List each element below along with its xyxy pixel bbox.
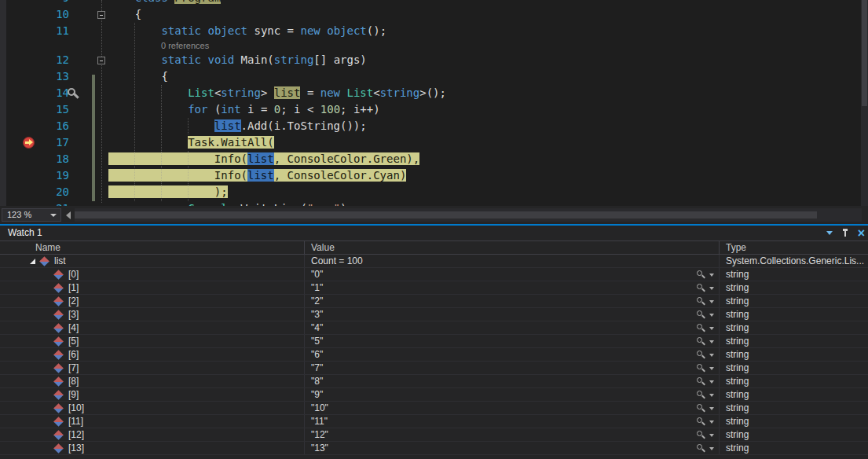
watch-type-text: string — [726, 415, 749, 428]
watch-row[interactable]: [6]"6"string — [0, 348, 868, 362]
zoom-control[interactable]: 123 % — [2, 208, 61, 222]
magnifier-icon[interactable] — [697, 350, 714, 360]
chevron-down-icon[interactable] — [826, 231, 833, 235]
column-header-value[interactable]: Value — [304, 241, 719, 254]
watch-name-cell[interactable]: [1] — [0, 281, 304, 294]
pin-icon[interactable] — [842, 228, 848, 238]
code-editor[interactable]: 9 class Program10 {11 static object sync… — [0, 0, 868, 206]
watch-row[interactable]: [13]"13"string — [0, 442, 868, 455]
column-header-type[interactable]: Type — [719, 241, 868, 254]
watch-value-text: "0" — [311, 268, 323, 281]
watch-type-text: string — [726, 348, 749, 361]
watch-value-cell[interactable]: "11" — [304, 415, 719, 428]
watch-row[interactable]: [1]"1"string — [0, 281, 868, 295]
watch-type-cell: string — [719, 348, 868, 361]
watch-type-cell: string — [719, 428, 868, 441]
watch-row[interactable]: [2]"2"string — [0, 295, 868, 308]
watch-row[interactable]: [12]"12"string — [0, 428, 868, 442]
scrollbar-left-arrow[interactable] — [66, 211, 71, 219]
watch-row[interactable]: [9]"9"string — [0, 388, 868, 402]
editor-horizontal-scrollbar[interactable] — [75, 208, 862, 222]
watch-name-cell[interactable]: [6] — [0, 348, 304, 361]
magnifier-icon[interactable] — [697, 310, 714, 320]
breakpoint-current-statement-icon[interactable] — [23, 137, 35, 149]
watch-name-cell[interactable]: [11] — [0, 415, 304, 428]
watch-row[interactable]: [11]"11"string — [0, 415, 868, 428]
wrench-icon — [68, 87, 80, 100]
magnifier-icon[interactable] — [697, 390, 714, 400]
watch-row[interactable]: [0]"0"string — [0, 268, 868, 281]
fold-collapse-icon[interactable] — [97, 57, 105, 64]
watch-value-cell[interactable]: "5" — [304, 335, 719, 347]
zoom-dropdown-caret[interactable] — [50, 214, 57, 217]
watch-value-cell[interactable]: Count = 100 — [304, 255, 719, 267]
watch-value-cell[interactable]: "8" — [304, 375, 719, 387]
watch-value-cell[interactable]: "12" — [304, 428, 719, 441]
watch-name-cell[interactable]: [7] — [0, 362, 304, 374]
codelens-line[interactable]: 0 references — [0, 39, 860, 52]
scrollbar-thumb[interactable] — [75, 211, 817, 218]
variable-icon — [39, 256, 49, 266]
watch-row[interactable]: [7]"7"string — [0, 362, 868, 375]
line-number: 19 — [0, 167, 69, 184]
watch-value-text: "12" — [311, 428, 328, 441]
watch-column-headers: Name Value Type — [0, 241, 868, 255]
watch-name-cell[interactable]: [4] — [0, 321, 304, 334]
watch-row-root[interactable]: listCount = 100System.Collections.Generi… — [0, 255, 868, 268]
watch-name-text: [0] — [68, 268, 79, 281]
watch-name-cell[interactable]: [12] — [0, 428, 304, 441]
magnifier-icon[interactable] — [697, 270, 714, 280]
editor-vertical-scrollbar[interactable] — [861, 0, 868, 206]
magnifier-icon[interactable] — [697, 430, 714, 440]
watch-name-cell[interactable]: [8] — [0, 375, 304, 387]
watch-value-cell[interactable]: "2" — [304, 295, 719, 307]
watch-name-text: [6] — [68, 348, 79, 361]
watch-name-cell[interactable]: [0] — [0, 268, 304, 281]
magnifier-icon[interactable] — [697, 336, 714, 347]
watch-name-cell[interactable]: [13] — [0, 442, 304, 454]
scrollbar-thumb[interactable] — [862, 0, 867, 106]
watch-type-cell: string — [719, 281, 868, 294]
watch-value-cell[interactable]: "10" — [304, 402, 719, 414]
watch-value-cell[interactable]: "9" — [304, 388, 719, 401]
magnifier-icon[interactable] — [697, 323, 714, 333]
title-bar-icons — [826, 226, 865, 241]
watch-name-text: [5] — [68, 335, 79, 347]
watch-value-cell[interactable]: "1" — [304, 281, 719, 294]
watch-name-cell[interactable]: [9] — [0, 388, 304, 401]
watch-row[interactable]: [10]"10"string — [0, 402, 868, 415]
magnifier-icon[interactable] — [697, 417, 714, 427]
magnifier-icon[interactable] — [697, 296, 714, 307]
magnifier-icon[interactable] — [697, 443, 714, 453]
close-icon[interactable] — [858, 227, 865, 240]
watch-row[interactable]: [3]"3"string — [0, 308, 868, 321]
fold-collapse-icon[interactable] — [97, 11, 105, 19]
watch-value-cell[interactable]: "6" — [304, 348, 719, 361]
watch-name-cell[interactable]: [5] — [0, 335, 304, 347]
watch-value-text: "11" — [311, 415, 328, 428]
watch-value-cell[interactable]: "3" — [304, 308, 719, 321]
variable-icon — [53, 390, 64, 400]
watch-name-cell[interactable]: [2] — [0, 295, 304, 307]
column-header-name[interactable]: Name — [0, 241, 304, 254]
watch-title-bar[interactable]: Watch 1 — [0, 226, 868, 241]
magnifier-icon[interactable] — [697, 403, 714, 413]
watch-row[interactable]: [4]"4"string — [0, 321, 868, 335]
magnifier-icon[interactable] — [697, 283, 714, 293]
watch-row[interactable]: [8]"8"string — [0, 375, 868, 388]
watch-value-cell[interactable]: "13" — [304, 442, 719, 454]
watch-type-cell: string — [719, 268, 868, 281]
watch-value-cell[interactable]: "0" — [304, 268, 719, 281]
watch-type-cell: string — [719, 362, 868, 374]
watch-name-cell[interactable]: [10] — [0, 402, 304, 414]
watch-name-cell[interactable]: [3] — [0, 308, 304, 321]
code-line: 12 static void Main(string[] args) — [0, 52, 860, 68]
watch-row[interactable]: [5]"5"string — [0, 335, 868, 348]
magnifier-icon[interactable] — [697, 376, 714, 387]
expander-icon[interactable] — [30, 259, 35, 264]
watch-value-cell[interactable]: "4" — [304, 321, 719, 334]
magnifier-icon[interactable] — [697, 363, 714, 373]
watch-name-text: [3] — [68, 308, 79, 321]
watch-value-cell[interactable]: "7" — [304, 362, 719, 374]
watch-name-cell[interactable]: list — [0, 255, 304, 267]
